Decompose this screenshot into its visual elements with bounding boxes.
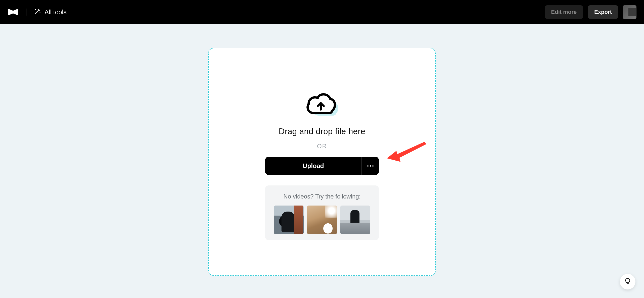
all-tools-button[interactable]: All tools: [34, 8, 67, 16]
export-button[interactable]: Export: [588, 5, 618, 19]
app-logo-icon[interactable]: [8, 7, 19, 17]
samples-title: No videos? Try the following:: [284, 193, 361, 200]
app-header: All tools Edit more Export: [0, 0, 644, 24]
dropzone-or-label: OR: [317, 143, 327, 150]
help-button[interactable]: [620, 274, 635, 289]
svg-point-0: [35, 9, 36, 10]
magic-wand-icon: [34, 8, 41, 16]
header-right: Edit more Export: [545, 5, 636, 19]
cloud-upload-icon: [306, 92, 338, 120]
dropzone-title: Drag and drop file here: [279, 127, 365, 136]
main-area: Drag and drop file here OR Upload No vid…: [0, 24, 644, 276]
all-tools-label: All tools: [45, 9, 67, 16]
lightbulb-icon: [624, 278, 631, 286]
upload-button[interactable]: Upload: [265, 157, 362, 175]
header-divider: [26, 9, 26, 16]
sample-thumbnail-3[interactable]: [340, 206, 370, 234]
svg-point-1: [39, 12, 41, 13]
avatar-placeholder-icon: [628, 8, 636, 16]
upload-more-options-button[interactable]: [362, 157, 379, 175]
more-icon: [367, 165, 374, 167]
sample-thumbnail-2[interactable]: [307, 206, 337, 234]
sample-videos-panel: No videos? Try the following:: [265, 185, 379, 240]
sample-thumbnail-1[interactable]: [274, 206, 304, 234]
edit-more-button[interactable]: Edit more: [545, 5, 583, 19]
upload-dropzone[interactable]: Drag and drop file here OR Upload No vid…: [208, 48, 436, 276]
sample-thumbnails: [274, 206, 370, 234]
user-avatar[interactable]: [623, 5, 636, 19]
upload-button-row: Upload: [265, 157, 379, 175]
header-left: All tools: [8, 7, 67, 17]
